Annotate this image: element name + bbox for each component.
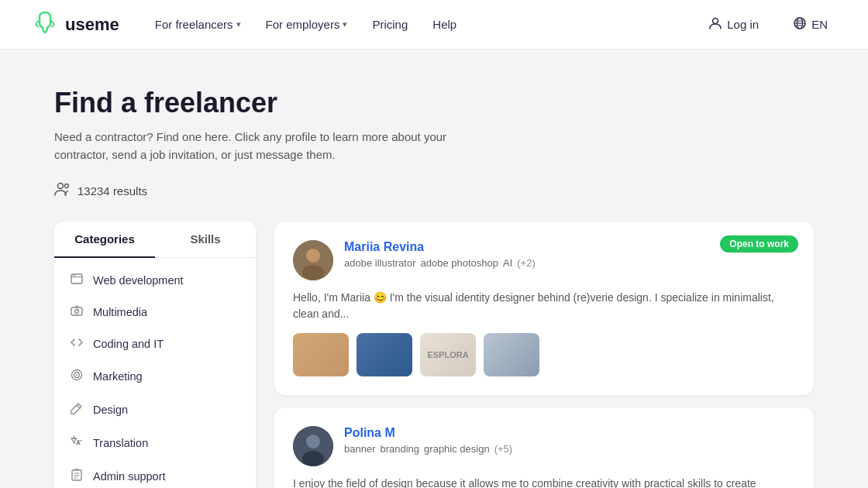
content-layout: Categories Skills Web development — [54, 222, 814, 488]
target-icon — [70, 369, 84, 383]
svg-rect-12 — [71, 308, 82, 315]
browser-icon — [70, 273, 84, 287]
open-to-work-badge: Open to work — [720, 235, 798, 253]
skills-row: adobe illustrator adobe photoshop AI (+2… — [344, 257, 795, 269]
clipboard-icon — [70, 469, 84, 483]
chevron-down-icon: ▾ — [343, 19, 347, 29]
sidebar-tabs: Categories Skills — [54, 222, 256, 258]
sidebar-item-marketing[interactable]: Marketing — [54, 359, 256, 393]
people-icon — [54, 182, 71, 200]
svg-point-11 — [74, 275, 76, 277]
sidebar-item-coding[interactable]: Coding and IT — [54, 328, 256, 359]
main-nav: For freelancers ▾ For employers ▾ Pricin… — [144, 12, 700, 37]
main-content: Find a freelancer Need a contractor? Fin… — [23, 50, 845, 488]
sidebar-item-admin[interactable]: Admin support — [54, 459, 256, 488]
portfolio-thumbnail[interactable] — [293, 333, 349, 376]
svg-line-17 — [77, 405, 80, 408]
portfolio-thumbnail[interactable]: ESPLORA — [420, 333, 476, 376]
sidebar-item-web-development[interactable]: Web development — [54, 264, 256, 296]
translate-icon — [70, 435, 84, 450]
portfolio-thumbnail[interactable] — [356, 333, 412, 376]
freelancer-name[interactable]: Polina M — [344, 426, 795, 440]
page-description: Need a contractor? Find one here. Click … — [54, 129, 488, 163]
nav-item-employers[interactable]: For employers ▾ — [255, 12, 359, 37]
svg-point-7 — [65, 184, 69, 188]
chevron-down-icon: ▾ — [236, 19, 241, 29]
sidebar-category-list: Web development Multimedia — [54, 258, 256, 488]
svg-point-30 — [302, 451, 324, 466]
nav-item-pricing[interactable]: Pricing — [361, 12, 418, 37]
skill-tag: adobe illustrator — [344, 257, 416, 269]
logo[interactable]: useme — [31, 9, 119, 40]
skill-more: (+2) — [517, 257, 535, 269]
card-header: Polina M banner branding graphic design … — [293, 426, 795, 466]
svg-point-27 — [302, 265, 324, 280]
portfolio-row: ESPLORA — [293, 333, 795, 376]
logo-text: useme — [65, 15, 119, 35]
skill-tag: adobe photoshop — [421, 257, 498, 269]
freelancer-card: Polina M banner branding graphic design … — [274, 407, 814, 488]
svg-point-16 — [76, 374, 78, 376]
portfolio-thumbnail[interactable] — [484, 333, 539, 376]
nav-item-freelancers[interactable]: For freelancers ▾ — [144, 12, 252, 37]
skills-row: banner branding graphic design (+5) — [344, 443, 795, 455]
svg-point-29 — [306, 435, 320, 448]
code-icon — [70, 337, 84, 350]
results-row: 13234 results — [54, 182, 814, 200]
skill-tag: branding — [380, 443, 419, 455]
pen-icon — [70, 402, 84, 417]
skill-more: (+5) — [494, 443, 512, 455]
header: useme For freelancers ▾ For employers ▾ … — [0, 0, 868, 50]
sidebar-item-design[interactable]: Design — [54, 393, 256, 426]
login-button[interactable]: Log in — [699, 10, 768, 39]
avatar — [293, 240, 333, 280]
card-description: Hello, I'm Mariia 😊 I'm the visual ident… — [293, 290, 795, 322]
person-icon — [708, 16, 722, 33]
skill-tag: AI — [503, 257, 512, 269]
sidebar-item-multimedia[interactable]: Multimedia — [54, 296, 256, 328]
skill-tag: graphic design — [424, 443, 490, 455]
card-description: I enjoy the field of design because it a… — [293, 476, 795, 488]
page-title: Find a freelancer — [54, 87, 814, 119]
sidebar-item-translation[interactable]: Translation — [54, 426, 256, 459]
globe-icon — [793, 16, 807, 33]
freelancer-card: Open to work Mariia Revina adobe illustr… — [274, 222, 814, 395]
sidebar: Categories Skills Web development — [54, 222, 256, 488]
svg-point-0 — [713, 19, 718, 24]
card-info: Polina M banner branding graphic design … — [344, 426, 795, 455]
svg-point-6 — [58, 184, 64, 189]
results-count: 13234 results — [78, 184, 147, 198]
camera-icon — [70, 305, 84, 318]
tab-categories[interactable]: Categories — [54, 222, 155, 258]
language-selector[interactable]: EN — [784, 10, 837, 39]
skill-tag: banner — [344, 443, 375, 455]
svg-point-26 — [306, 249, 320, 263]
freelancer-cards: Open to work Mariia Revina adobe illustr… — [274, 222, 814, 488]
avatar — [293, 426, 333, 466]
logo-icon — [31, 9, 59, 40]
svg-point-13 — [75, 310, 79, 314]
svg-point-10 — [73, 275, 74, 277]
nav-item-help[interactable]: Help — [422, 12, 467, 37]
header-right: Log in EN — [699, 10, 837, 39]
tab-skills[interactable]: Skills — [155, 222, 256, 257]
